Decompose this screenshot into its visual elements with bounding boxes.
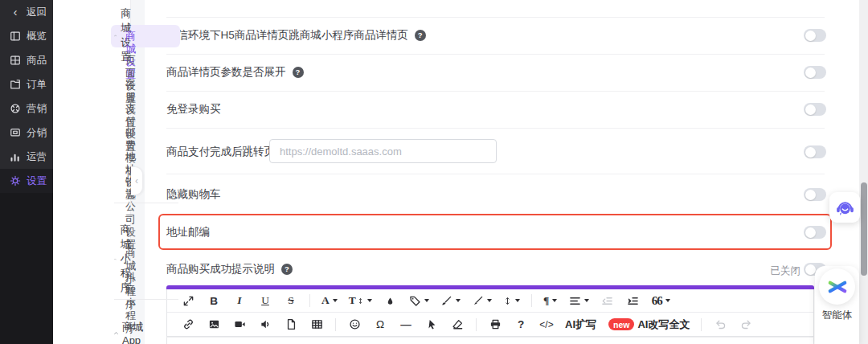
video-icon[interactable] <box>232 315 247 334</box>
setting-row-purchase-success-note: 商品购买成功提示说明 ? <box>166 263 293 276</box>
table-icon[interactable] <box>309 315 324 334</box>
font-color-droplet-icon[interactable] <box>383 291 398 310</box>
code-view-button[interactable]: </> <box>539 315 554 334</box>
redo-icon[interactable] <box>739 315 753 334</box>
rail-item-label: 营销 <box>27 102 47 116</box>
rail-item-distribution[interactable]: 分销 <box>0 121 53 145</box>
help-button[interactable]: ? <box>514 315 528 334</box>
sidebar-group-label: 商城App <box>122 320 144 344</box>
tag-icon[interactable] <box>409 291 429 310</box>
headset-icon <box>834 197 856 219</box>
font-size-glyph: T <box>349 294 356 307</box>
new-badge: new <box>608 318 634 330</box>
rail-item-settings[interactable]: 设置 <box>0 169 53 193</box>
toggle-knob <box>805 227 816 238</box>
rail-item-label: 返回 <box>27 6 47 19</box>
font-glyph: A <box>321 294 330 307</box>
undo-icon[interactable] <box>713 315 727 334</box>
chevron-up-icon <box>114 330 118 336</box>
indent-icon[interactable] <box>626 291 641 310</box>
underline-button[interactable]: U <box>258 291 272 310</box>
toggle-status-text: 已关闭 <box>764 264 800 278</box>
setting-label: 商品支付完成后跳转页面 <box>166 145 286 158</box>
cursor-icon[interactable] <box>424 315 439 334</box>
caret-down-icon <box>665 299 670 302</box>
toolbar-separator <box>309 294 310 307</box>
image-icon[interactable] <box>207 315 221 334</box>
page-scrollbar[interactable] <box>859 0 868 344</box>
audio-icon[interactable] <box>258 315 272 334</box>
toggle-no-login-buy[interactable] <box>804 103 826 116</box>
redirect-url-input[interactable] <box>269 139 497 163</box>
setting-label: 商品购买成功提示说明 <box>166 263 275 276</box>
toolbar-row-1: B I U S A T <box>167 289 813 313</box>
setting-label: 隐藏购物车 <box>166 188 221 201</box>
toolbar-row-2: Ω ― ? </> AI扩写 new AI改写全文 <box>167 313 813 336</box>
rail-item-label: 商品 <box>27 54 47 68</box>
marketing-compass-icon <box>10 103 21 114</box>
setting-label: 免登录购买 <box>166 103 221 116</box>
sidebar-group-mall-app[interactable]: 商城App <box>114 320 144 344</box>
print-icon[interactable] <box>488 315 502 334</box>
setting-row-hide-cart: 隐藏购物车 <box>166 188 221 201</box>
sidebar-collapse-handle[interactable]: ‹ <box>131 166 143 195</box>
help-icon[interactable]: ? <box>415 30 426 41</box>
toggle-address-zip[interactable] <box>804 226 826 239</box>
emoji-icon[interactable] <box>347 315 362 334</box>
special-char-button[interactable]: Ω <box>373 315 387 334</box>
toggle-h5-jump[interactable] <box>804 29 826 42</box>
italic-button[interactable]: I <box>232 291 247 310</box>
caret-down-icon <box>584 299 589 302</box>
rail-item-operations[interactable]: 运营 <box>0 145 53 169</box>
toggle-pay-redirect[interactable] <box>804 145 826 158</box>
toggle-detail-params[interactable] <box>804 66 826 79</box>
horizontal-rule-button[interactable]: ― <box>399 315 413 334</box>
row-divider <box>166 128 825 129</box>
distribution-bubble-icon <box>10 127 21 138</box>
toggle-knob <box>805 147 816 158</box>
fullscreen-icon[interactable] <box>181 291 195 310</box>
toggle-hide-cart[interactable] <box>804 188 826 201</box>
help-icon[interactable]: ? <box>293 67 304 78</box>
rail-item-orders[interactable]: 订单 <box>0 72 53 96</box>
row-divider <box>166 54 825 55</box>
line-height-icon[interactable] <box>503 291 520 310</box>
align-icon[interactable] <box>569 291 589 310</box>
rich-text-editor: B I U S A T <box>166 285 814 344</box>
rail-item-back[interactable]: ‹ 返回 <box>0 0 53 24</box>
collapse-chevron-icon: ‹ <box>135 175 138 186</box>
ai-agent-widget[interactable]: 智能体 <box>815 266 859 344</box>
caret-down-icon <box>487 299 492 302</box>
highlighter-icon[interactable] <box>472 291 492 310</box>
rail-item-products[interactable]: 商品 <box>0 48 53 72</box>
ai-agent-button[interactable] <box>819 268 855 305</box>
row-divider <box>166 17 825 18</box>
back-chevron-icon: ‹ <box>10 6 21 18</box>
rail-item-label: 概览 <box>27 30 47 43</box>
paragraph-glyph: ¶ <box>543 294 549 307</box>
strikethrough-button[interactable]: S <box>284 291 298 310</box>
eraser-icon[interactable] <box>450 315 465 334</box>
products-grid-icon <box>10 55 21 66</box>
font-size-button[interactable]: T <box>349 291 372 310</box>
setting-row-pay-redirect: 商品支付完成后跳转页面 <box>166 145 286 158</box>
help-icon[interactable]: ? <box>281 264 293 275</box>
caret-down-icon <box>456 299 461 302</box>
ai-expand-button[interactable]: AI扩写 <box>565 315 596 334</box>
rail-item-overview[interactable]: 概览 <box>0 24 53 48</box>
file-icon[interactable] <box>284 315 298 334</box>
blockquote-button[interactable]: 66 <box>652 291 670 310</box>
paragraph-button[interactable]: ¶ <box>543 291 558 310</box>
link-icon[interactable] <box>181 315 195 334</box>
bold-button[interactable]: B <box>207 291 221 310</box>
outdent-icon[interactable] <box>600 291 615 310</box>
rail-item-marketing[interactable]: 营销 <box>0 96 53 121</box>
brush-icon[interactable] <box>440 291 461 310</box>
scrollbar-thumb[interactable] <box>861 182 867 276</box>
setting-row-no-login-buy: 免登录购买 <box>166 103 221 116</box>
ai-rewrite-button[interactable]: new AI改写全文 <box>602 315 690 334</box>
customer-service-button[interactable] <box>829 192 860 223</box>
ai-agent-label: 智能体 <box>815 309 859 322</box>
editor-content-area[interactable] <box>166 337 814 344</box>
font-button[interactable]: A <box>321 291 338 310</box>
